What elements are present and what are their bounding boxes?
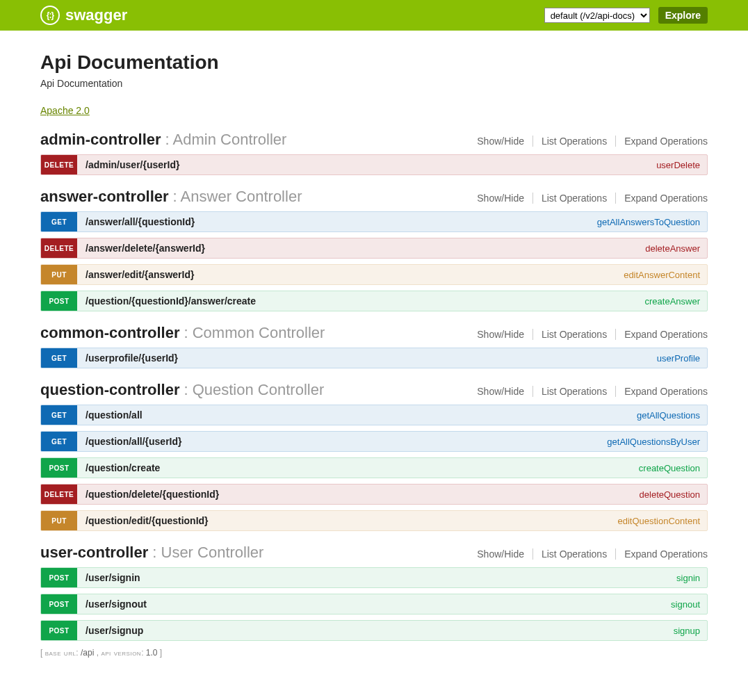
api-version-label: api version bbox=[101, 648, 141, 658]
http-method-badge: get bbox=[41, 212, 77, 231]
list-ops-link[interactable]: List Operations bbox=[533, 548, 616, 560]
operation-row[interactable]: get/userprofile/{userId}userProfile bbox=[40, 348, 708, 368]
page-subtitle: Api Documentation bbox=[40, 78, 708, 89]
operation-path[interactable]: /question/all/{userId} bbox=[77, 436, 181, 447]
http-method-badge: delete bbox=[41, 238, 77, 258]
expand-ops-link[interactable]: Expand Operations bbox=[616, 548, 708, 560]
show-hide-link[interactable]: Show/Hide bbox=[469, 193, 533, 204]
operation-path[interactable]: /userprofile/{userId} bbox=[77, 352, 178, 364]
list-ops-link[interactable]: List Operations bbox=[533, 193, 616, 204]
controller-name[interactable]: user-controller bbox=[40, 544, 148, 562]
controller-name[interactable]: common-controller bbox=[40, 324, 179, 342]
controller-name[interactable]: answer-controller bbox=[40, 188, 169, 206]
expand-ops-link[interactable]: Expand Operations bbox=[616, 136, 708, 147]
operation-path[interactable]: /answer/delete/{answerId} bbox=[77, 243, 205, 254]
operation-summary[interactable]: userDelete bbox=[656, 160, 707, 170]
swagger-logo-icon: {:} bbox=[40, 6, 60, 25]
controller-common-controller: common-controller : Common ControllerSho… bbox=[40, 324, 708, 368]
controller-name[interactable]: admin-controller bbox=[40, 131, 161, 149]
http-method-badge: delete bbox=[41, 155, 77, 174]
top-header: {:} swagger default (/v2/api-docs) Explo… bbox=[0, 0, 748, 31]
api-version-value: 1.0 bbox=[146, 648, 158, 658]
http-method-badge: get bbox=[41, 348, 77, 368]
operation-path[interactable]: /question/{questionId}/answer/create bbox=[77, 295, 256, 307]
operation-path[interactable]: /user/signup bbox=[77, 625, 143, 636]
swagger-logo-text: swagger bbox=[65, 6, 127, 24]
controller-actions: Show/HideList OperationsExpand Operation… bbox=[469, 386, 708, 397]
operation-summary[interactable]: userProfile bbox=[657, 353, 707, 364]
operation-row[interactable]: delete/answer/delete/{answerId}deleteAns… bbox=[40, 238, 708, 259]
base-url-label: base url bbox=[45, 648, 76, 658]
controller-actions: Show/HideList OperationsExpand Operation… bbox=[469, 193, 708, 204]
operation-path[interactable]: /question/all bbox=[77, 409, 143, 421]
controller-header: answer-controller : Answer ControllerSho… bbox=[40, 188, 708, 206]
license-link[interactable]: Apache 2.0 bbox=[40, 105, 90, 116]
operation-path[interactable]: /user/signin bbox=[77, 572, 140, 583]
operation-row[interactable]: put/answer/edit/{answerId}editAnswerCont… bbox=[40, 264, 708, 285]
operation-summary[interactable]: editAnswerContent bbox=[624, 270, 707, 280]
operation-summary[interactable]: getAllAnswersToQuestion bbox=[597, 217, 707, 227]
operation-summary[interactable]: signout bbox=[671, 599, 707, 610]
operation-summary[interactable]: editQuestionContent bbox=[617, 516, 707, 526]
base-url-value: /api bbox=[81, 648, 94, 658]
controller-header: user-controller : User ControllerShow/Hi… bbox=[40, 544, 708, 562]
operation-summary[interactable]: signup bbox=[674, 626, 707, 636]
show-hide-link[interactable]: Show/Hide bbox=[469, 386, 533, 397]
operation-row[interactable]: put/question/edit/{questionId}editQuesti… bbox=[40, 510, 708, 531]
controller-header: admin-controller : Admin ControllerShow/… bbox=[40, 131, 708, 149]
http-method-badge: post bbox=[41, 568, 77, 587]
operation-path[interactable]: /answer/edit/{answerId} bbox=[77, 269, 194, 280]
controller-user-controller: user-controller : User ControllerShow/Hi… bbox=[40, 544, 708, 641]
list-ops-link[interactable]: List Operations bbox=[533, 136, 616, 147]
operation-path[interactable]: /user/signout bbox=[77, 599, 147, 610]
controller-admin-controller: admin-controller : Admin ControllerShow/… bbox=[40, 131, 708, 175]
operation-summary[interactable]: createAnswer bbox=[645, 296, 707, 307]
controller-actions: Show/HideList OperationsExpand Operation… bbox=[469, 548, 708, 560]
http-method-badge: put bbox=[41, 265, 77, 284]
controller-desc: : Question Controller bbox=[184, 381, 324, 399]
operation-row[interactable]: get/question/all/{userId}getAllQuestions… bbox=[40, 431, 708, 452]
operation-path[interactable]: /question/create bbox=[77, 462, 160, 473]
http-method-badge: put bbox=[41, 511, 77, 530]
operation-summary[interactable]: createQuestion bbox=[639, 463, 707, 473]
operation-row[interactable]: delete/question/delete/{questionId}delet… bbox=[40, 484, 708, 505]
explore-button[interactable]: Explore bbox=[658, 7, 708, 24]
controller-header: question-controller : Question Controlle… bbox=[40, 381, 708, 399]
operation-row[interactable]: post/question/createcreateQuestion bbox=[40, 457, 708, 478]
http-method-badge: post bbox=[41, 291, 77, 311]
footer: [ base url: /api , api version: 1.0 ] bbox=[40, 648, 708, 658]
operation-row[interactable]: post/question/{questionId}/answer/create… bbox=[40, 291, 708, 311]
operation-summary[interactable]: getAllQuestionsByUser bbox=[607, 437, 707, 447]
operation-row[interactable]: delete/admin/user/{userId}userDelete bbox=[40, 154, 708, 175]
list-ops-link[interactable]: List Operations bbox=[533, 386, 616, 397]
operation-row[interactable]: post/user/signinsignin bbox=[40, 567, 708, 588]
swagger-logo[interactable]: {:} swagger bbox=[40, 6, 127, 25]
operation-summary[interactable]: deleteQuestion bbox=[640, 489, 707, 500]
controller-list: admin-controller : Admin ControllerShow/… bbox=[40, 131, 708, 641]
operation-path[interactable]: /question/edit/{questionId} bbox=[77, 515, 209, 526]
expand-ops-link[interactable]: Expand Operations bbox=[616, 386, 708, 397]
expand-ops-link[interactable]: Expand Operations bbox=[616, 329, 708, 340]
operation-row[interactable]: get/question/allgetAllQuestions bbox=[40, 405, 708, 425]
show-hide-link[interactable]: Show/Hide bbox=[469, 136, 533, 147]
operation-summary[interactable]: getAllQuestions bbox=[637, 410, 707, 421]
operation-path[interactable]: /answer/all/{questionId} bbox=[77, 216, 195, 227]
operation-summary[interactable]: signin bbox=[676, 573, 707, 583]
operation-summary[interactable]: deleteAnswer bbox=[645, 243, 707, 254]
operation-path[interactable]: /question/delete/{questionId} bbox=[77, 489, 219, 500]
show-hide-link[interactable]: Show/Hide bbox=[469, 548, 533, 560]
http-method-badge: post bbox=[41, 594, 77, 614]
operation-row[interactable]: post/user/signupsignup bbox=[40, 620, 708, 641]
list-ops-link[interactable]: List Operations bbox=[533, 329, 616, 340]
operation-path[interactable]: /admin/user/{userId} bbox=[77, 159, 179, 170]
show-hide-link[interactable]: Show/Hide bbox=[469, 329, 533, 340]
controller-name[interactable]: question-controller bbox=[40, 381, 179, 399]
expand-ops-link[interactable]: Expand Operations bbox=[616, 193, 708, 204]
operation-row[interactable]: post/user/signoutsignout bbox=[40, 594, 708, 614]
http-method-badge: post bbox=[41, 458, 77, 478]
api-spec-select[interactable]: default (/v2/api-docs) bbox=[544, 8, 650, 23]
operation-row[interactable]: get/answer/all/{questionId}getAllAnswers… bbox=[40, 211, 708, 232]
controller-desc: : Admin Controller bbox=[165, 131, 287, 149]
http-method-badge: get bbox=[41, 432, 77, 451]
http-method-badge: post bbox=[41, 621, 77, 640]
